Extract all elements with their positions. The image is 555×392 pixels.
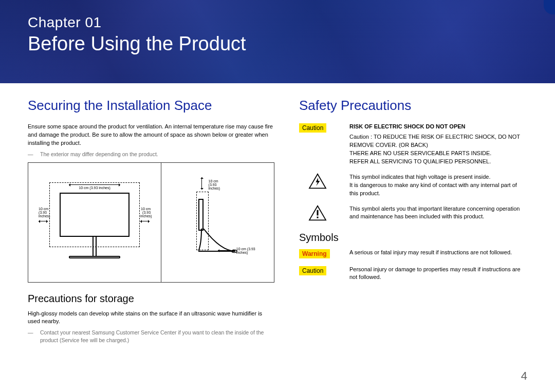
- dim-right-label: 10 cm (3.93 inches): [140, 207, 151, 218]
- dim-top-label: 10 cm (3.93 inches): [69, 186, 120, 190]
- page-number: 4: [521, 369, 527, 383]
- subsection-title-symbols: Symbols: [299, 232, 527, 244]
- caution-label: Caution: [299, 123, 326, 133]
- storage-body: High-glossy models can develop white sta…: [28, 310, 274, 326]
- symbols-row-warning: Warning A serious or fatal injury may re…: [299, 249, 527, 258]
- warning-text: A serious or fatal injury may result if …: [349, 249, 527, 257]
- chapter-title: Before Using the Product: [28, 33, 527, 55]
- risk-title: RISK OF ELECTRIC SHOCK DO NOT OPEN: [349, 123, 527, 131]
- section-title-installation: Securing the Installation Space: [28, 98, 274, 114]
- lightning-text: This symbol indicates that high voltage …: [349, 173, 527, 198]
- left-column: Securing the Installation Space Ensure s…: [28, 98, 274, 347]
- diagram-front-view: 10 cm (3.93 inches) 10 cm (3.93 inches) …: [28, 163, 161, 282]
- safety-row-lightning: This symbol indicates that high voltage …: [299, 173, 527, 198]
- diagram-side-view: 10 cm (3.93 inches) 10 cm (3.93 inches): [161, 163, 274, 282]
- caution2-label: Caution: [299, 266, 326, 275]
- installation-intro: Ensure some space around the product for…: [28, 123, 274, 147]
- storage-note: Contact your nearest Samsung Customer Se…: [28, 329, 274, 344]
- chapter-number: Chapter 01: [28, 14, 527, 31]
- clearance-diagram: 10 cm (3.93 inches) 10 cm (3.93 inches) …: [28, 162, 274, 283]
- svg-rect-4: [317, 210, 318, 215]
- exclamation-icon: [308, 205, 327, 221]
- risk-body: Caution : TO REDUCE THE RISK OF ELECTRIC…: [349, 133, 527, 166]
- safety-row-exclaim: This symbol alerts you that important li…: [299, 205, 527, 221]
- chapter-banner: Chapter 01 Before Using the Product: [0, 0, 555, 83]
- page-content: Securing the Installation Space Ensure s…: [0, 83, 555, 347]
- symbols-row-caution: Caution Personal injury or damage to pro…: [299, 266, 527, 282]
- exclaim-text: This symbol alerts you that important li…: [349, 205, 527, 221]
- svg-rect-5: [317, 216, 318, 218]
- warning-label: Warning: [299, 249, 330, 258]
- section-title-safety: Safety Precautions: [299, 98, 527, 114]
- svg-marker-2: [316, 178, 320, 186]
- installation-note: The exterior may differ depending on the…: [28, 151, 274, 158]
- side-dim-bottom-label: 10 cm (3.93 inches): [236, 247, 264, 254]
- banner-corner-decoration: [544, 0, 555, 14]
- dim-left-label: 10 cm (3.93 inches): [39, 207, 49, 218]
- high-voltage-icon: [308, 173, 327, 190]
- right-column: Safety Precautions Caution RISK OF ELECT…: [299, 98, 527, 347]
- safety-row-caution: Caution RISK OF ELECTRIC SHOCK DO NOT OP…: [299, 123, 527, 166]
- caution-text: Personal injury or damage to properties …: [349, 266, 527, 282]
- side-dim-top-label: 10 cm (3.93 inches): [209, 179, 220, 190]
- subsection-title-storage: Precautions for storage: [28, 293, 274, 305]
